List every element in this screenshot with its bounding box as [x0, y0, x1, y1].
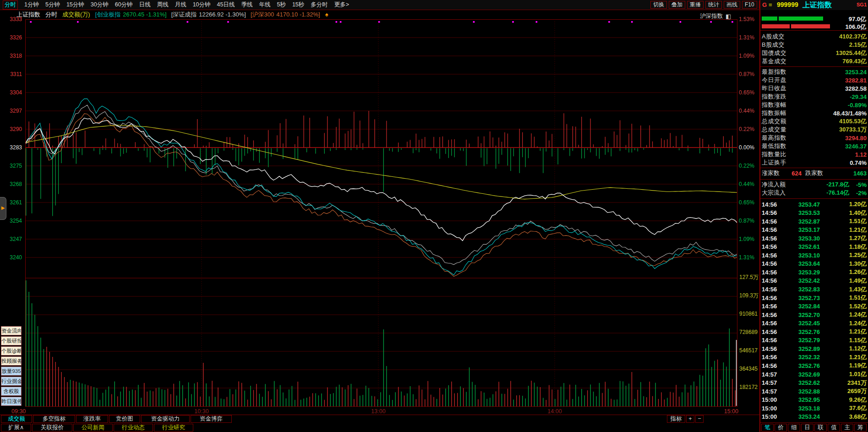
tick-row: 14:573252.882659万: [762, 387, 867, 395]
marker-icon[interactable]: ♠: [325, 11, 328, 18]
overlay-name-2: [沪深300: [251, 11, 274, 18]
panel-divider-line: [760, 179, 868, 180]
split-view-icon[interactable]: ◧: [726, 13, 731, 20]
tick-row: 14:563252.701.24亿: [762, 311, 867, 319]
period-tab-10分钟[interactable]: 10分钟: [193, 0, 211, 10]
menu-icon[interactable]: ≡: [769, 1, 772, 8]
period-tab-1分钟[interactable]: 1分钟: [24, 0, 39, 10]
period-tab-季线[interactable]: 季线: [241, 0, 252, 10]
stat-label: 最高指数: [762, 134, 786, 142]
pct-axis-label: 1.09%: [739, 235, 760, 243]
bottom-tab-多空指标[interactable]: 多空指标: [33, 415, 75, 423]
stat-label: 昨日收盘: [762, 84, 786, 93]
tick-price: 3252.88: [786, 388, 841, 395]
flow-pct: -2%: [849, 190, 867, 197]
period-tab-5秒[interactable]: 5秒: [277, 0, 285, 10]
tick-time: 14:56: [762, 303, 786, 310]
tick-amount: 1.43亿: [849, 285, 867, 294]
tick-amount: 1.27亿: [849, 234, 867, 242]
period-tab-分时[interactable]: 分时: [3, 0, 18, 10]
sidebar-button-昨日涨停[interactable]: 昨日涨停: [1, 397, 22, 406]
bottom-tab-资金博弈[interactable]: 资金博弈: [191, 415, 232, 423]
period-tab-年线[interactable]: 年线: [259, 0, 270, 10]
panel-tab-筹[interactable]: 筹: [854, 424, 867, 432]
sidebar-button-含权股[interactable]: 含权股: [1, 387, 22, 396]
volume-axis-label: 364345: [739, 365, 760, 372]
zoom-out-button[interactable]: −: [695, 415, 704, 423]
period-tab-月线[interactable]: 月线: [175, 0, 186, 10]
action-button-重播[interactable]: 重播: [687, 1, 704, 9]
sidebar-button-放量935[interactable]: 放量935: [1, 366, 22, 376]
bottom-tab2-关联报价[interactable]: 关联报价: [32, 424, 72, 432]
period-tab-多分时[interactable]: 多分时: [311, 0, 328, 10]
time-axis-label: 10:30: [188, 408, 215, 415]
action-button-切换[interactable]: 切换: [650, 1, 667, 9]
bottom-tab-成交额[interactable]: 成交额: [1, 415, 32, 423]
bottom-tab-资金驱动力[interactable]: 资金驱动力: [141, 415, 190, 423]
stat-label: 基金成交: [762, 57, 786, 66]
period-tab-15分钟[interactable]: 15分钟: [66, 0, 84, 10]
period-tab-更多>[interactable]: 更多>: [334, 0, 349, 10]
action-button-F10[interactable]: F10: [742, 1, 757, 9]
sidebar-button-行业掘金[interactable]: 行业掘金: [1, 377, 22, 386]
panel-tab-笔[interactable]: 笔: [761, 424, 774, 432]
chart-period-label[interactable]: 分时: [45, 11, 57, 18]
bottom-tab2-行业动态[interactable]: 行业动态: [114, 424, 153, 432]
bottom-tab-涨跌率[interactable]: 涨跌率: [76, 415, 108, 423]
stat-value: 13025.44亿: [836, 49, 867, 57]
period-tab-15秒[interactable]: 15秒: [292, 0, 304, 10]
panel-tab-联[interactable]: 联: [814, 424, 827, 432]
action-button-画线[interactable]: 画线: [724, 1, 740, 9]
period-tab-45日线[interactable]: 45日线: [217, 0, 235, 10]
panel-tab-日[interactable]: 日: [801, 424, 813, 432]
period-tab-30分钟[interactable]: 30分钟: [91, 0, 109, 10]
period-tab-5分钟[interactable]: 5分钟: [45, 0, 60, 10]
tick-time: 14:56: [762, 362, 786, 369]
panel-tab-价[interactable]: 价: [775, 424, 787, 432]
action-button-叠加[interactable]: 叠加: [669, 1, 685, 9]
bottom-tab2-行业研究[interactable]: 行业研究: [154, 424, 193, 432]
time-axis-label: 09:30: [11, 408, 26, 415]
stat-label: A股成交: [762, 33, 785, 41]
flow-row: 大宗流入-76.14亿-2%: [762, 189, 867, 197]
tick-row: 14:563252.831.43亿: [762, 285, 867, 294]
tick-time: 14:57: [762, 379, 786, 386]
period-tab-60分钟[interactable]: 60分钟: [115, 0, 133, 10]
stat-label: 上证换手: [762, 159, 786, 167]
sidebar-button-个股诊断[interactable]: 个股诊断: [1, 346, 22, 355]
price-axis-label: 3304: [1, 89, 22, 96]
tick-price: 3253.53: [786, 209, 841, 216]
sidebar-button-个股研报[interactable]: 个股研报: [1, 336, 22, 345]
tick-price: 3253.18: [786, 405, 841, 412]
bottom-tab-竞价图[interactable]: 竞价图: [109, 415, 140, 423]
bottom-tab2-扩展∧[interactable]: 扩展∧: [1, 424, 31, 432]
stat-row: 指数涨幅-0.89%: [762, 101, 867, 109]
sidebar-button-资金流向[interactable]: 资金流向: [1, 326, 22, 335]
flow-pct: -5%: [849, 181, 867, 188]
sidebar-button-投顾服务[interactable]: 投顾服务: [1, 356, 22, 366]
flow-bar-segment: [779, 16, 823, 21]
tick-row: 14:563253.641.30亿: [762, 260, 867, 268]
stat-label: 指数涨跌: [762, 93, 786, 101]
tick-time: 14:56: [762, 226, 786, 233]
panel-tab-主[interactable]: 主: [841, 424, 853, 432]
tick-time: 14:56: [762, 235, 786, 242]
price-axis-label: 3261: [1, 199, 22, 206]
tick-price: 3252.79: [786, 337, 841, 344]
flow-bar-segment: [762, 16, 777, 21]
advance-decline-row: 涨家数624跌家数1463: [762, 169, 867, 177]
stat-value: 1.12: [855, 151, 867, 158]
period-tab-周线[interactable]: 周线: [157, 0, 169, 10]
period-tab-日线[interactable]: 日线: [139, 0, 151, 10]
index-code: 999999: [777, 1, 798, 8]
intraday-chart[interactable]: [25, 19, 737, 407]
panel-tab-值[interactable]: 值: [828, 424, 840, 432]
zoom-in-button[interactable]: +: [686, 415, 694, 423]
indicator-button[interactable]: 指标: [667, 415, 685, 423]
bottom-tab2-公司新闻[interactable]: 公司新闻: [73, 424, 113, 432]
action-button-统计[interactable]: 统计: [705, 1, 722, 9]
price-axis-label: 3318: [1, 52, 22, 60]
chart-indicator-label[interactable]: 成交额(万): [62, 11, 90, 18]
tick-row: 14:563252.451.24亿: [762, 319, 867, 328]
panel-tab-细[interactable]: 细: [788, 424, 800, 432]
